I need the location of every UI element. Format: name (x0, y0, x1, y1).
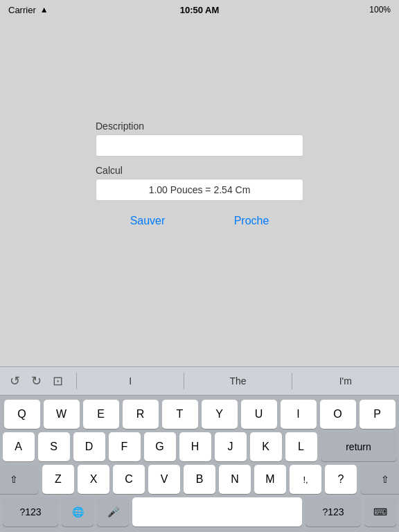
status-right: 100% (369, 5, 391, 15)
keyboard-rows: Q W E R T Y U I O P A S D F G H J K L re… (0, 396, 399, 529)
key-a[interactable]: A (3, 432, 35, 461)
key-n[interactable]: N (219, 465, 251, 494)
key-mic[interactable]: 🎤 (97, 497, 129, 526)
key-c[interactable]: C (113, 465, 145, 494)
key-i[interactable]: I (281, 400, 317, 429)
save-button[interactable]: Sauver (116, 212, 179, 230)
key-row-2: A S D F G H J K L return (3, 432, 396, 461)
key-x[interactable]: X (78, 465, 109, 494)
key-space[interactable] (132, 497, 302, 526)
carrier-label: Carrier (8, 5, 36, 15)
paste-button[interactable]: ⊡ (50, 371, 66, 391)
key-shift-right[interactable]: ⇧ (360, 465, 399, 494)
key-row-bottom: ?123 🌐 🎤 ?123 ⌨ (3, 497, 396, 526)
key-keyboard[interactable]: ⌨ (364, 497, 396, 526)
key-l[interactable]: L (285, 432, 317, 461)
description-label: Description (96, 121, 303, 132)
button-row: Sauver Proche (96, 212, 303, 230)
undo-button[interactable]: ↺ (7, 371, 23, 391)
undo-redo-area: ↺ ↻ ⊡ (0, 371, 76, 391)
key-d[interactable]: D (73, 432, 105, 461)
form-container: Description Calcul 1.00 Pouces = 2.54 Cm… (96, 121, 303, 230)
key-z[interactable]: Z (42, 465, 74, 494)
key-j[interactable]: J (215, 432, 247, 461)
wifi-icon: ▲ (40, 5, 48, 15)
key-row-3: ⇧ Z X C V B N M !, ? ⇧ (3, 465, 396, 494)
key-globe[interactable]: 🌐 (62, 497, 94, 526)
calcul-label: Calcul (96, 165, 303, 176)
key-k[interactable]: K (250, 432, 282, 461)
redo-button[interactable]: ↻ (28, 371, 44, 391)
autocorrect-bar: ↺ ↻ ⊡ I The I'm (0, 366, 399, 396)
status-bar: Carrier ▲ 10:50 AM 100% (0, 0, 399, 19)
key-question[interactable]: ? (325, 465, 357, 494)
keyboard-area: ↺ ↻ ⊡ I The I'm Q W E R T Y U I O P A S … (0, 366, 399, 532)
key-exclaim[interactable]: !, (290, 465, 321, 494)
suggestion-item[interactable]: I (77, 373, 184, 389)
key-f[interactable]: F (109, 432, 141, 461)
key-u[interactable]: U (241, 400, 277, 429)
key-o[interactable]: O (320, 400, 356, 429)
calcul-value: 1.00 Pouces = 2.54 Cm (96, 179, 303, 201)
key-numbers-right[interactable]: ?123 (305, 497, 361, 526)
key-numbers-left[interactable]: ?123 (3, 497, 58, 526)
key-y[interactable]: Y (202, 400, 238, 429)
suggestions-bar: I The I'm (76, 373, 399, 389)
key-w[interactable]: W (44, 400, 80, 429)
status-left: Carrier ▲ (8, 5, 48, 15)
key-q[interactable]: Q (4, 400, 40, 429)
suggestion-item-im[interactable]: I'm (292, 373, 399, 389)
description-input[interactable] (96, 134, 303, 157)
status-time: 10:50 AM (180, 5, 220, 15)
key-shift-left[interactable]: ⇧ (0, 465, 39, 494)
key-v[interactable]: V (148, 465, 180, 494)
key-row-1: Q W E R T Y U I O P (3, 400, 396, 429)
battery-label: 100% (369, 5, 391, 15)
key-p[interactable]: P (360, 400, 396, 429)
key-h[interactable]: H (179, 432, 211, 461)
close-button[interactable]: Proche (220, 212, 283, 230)
key-t[interactable]: T (162, 400, 198, 429)
main-content: Description Calcul 1.00 Pouces = 2.54 Cm… (0, 19, 399, 359)
key-r[interactable]: R (123, 400, 159, 429)
key-s[interactable]: S (38, 432, 70, 461)
key-return[interactable]: return (321, 432, 397, 461)
key-b[interactable]: B (184, 465, 215, 494)
key-g[interactable]: G (144, 432, 176, 461)
suggestion-item-the[interactable]: The (184, 373, 292, 389)
key-e[interactable]: E (83, 400, 119, 429)
key-m[interactable]: M (254, 465, 286, 494)
